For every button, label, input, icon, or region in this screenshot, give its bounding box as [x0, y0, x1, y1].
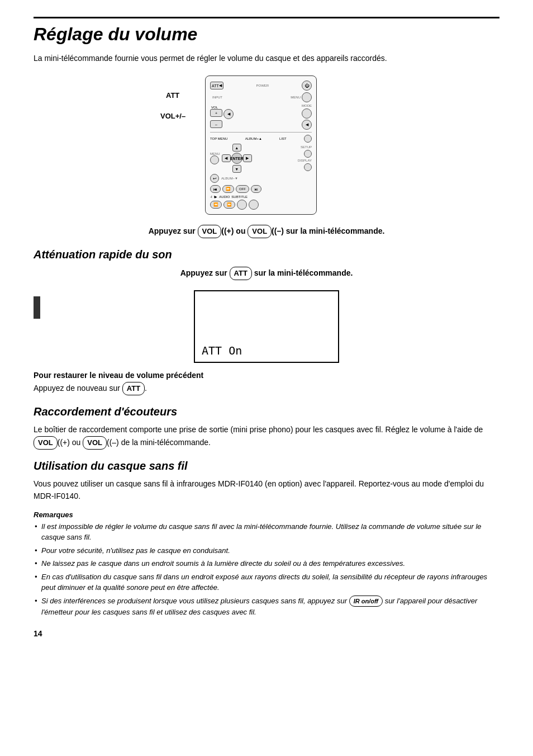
restore-att-btn: ATT — [122, 382, 145, 395]
remote-rew-btn: ⏪ — [210, 201, 222, 209]
remote-display-label: DISPLAY — [298, 159, 312, 162]
section2-vol2: VOL — [83, 436, 107, 450]
remote-right-btn: ▶ — [243, 154, 252, 162]
remote-menu-btn-label: MENU — [210, 152, 220, 155]
remote-extra-btn: ◀ — [302, 120, 312, 130]
section3-title: Utilisation du casque sans fil — [34, 460, 499, 472]
page-tab — [34, 296, 40, 319]
step1-vol-btn1: VOL — [198, 225, 222, 238]
remote-return-btn: ↩ — [210, 174, 219, 183]
remote-att-label: ATT — [166, 91, 179, 100]
restore-text: Appuyez de nouveau sur ATT. — [34, 382, 499, 395]
section2-vol1: VOL — [34, 436, 58, 450]
remote-round1-btn — [237, 200, 247, 210]
page-title: Réglage du volume — [34, 24, 499, 45]
remote-prev-btn: ⏮ — [210, 185, 221, 193]
ir-on-off-btn: IR on/off — [349, 596, 383, 607]
note-2: Pour votre sécurité, n'utilisez pas le c… — [34, 545, 499, 556]
remote-att-btn: ATT◀ — [210, 82, 223, 89]
notes-title: Remarques — [34, 511, 499, 519]
remote-playpause-btn: ⏯ — [251, 185, 261, 193]
notes-list: Il est impossible de régler le volume du… — [34, 521, 499, 618]
remote-section-nav: TOP MENU ALBUM+▲ LIST MENU ▲ — [210, 132, 312, 210]
note-5: Si des interférences se produisent lorsq… — [34, 596, 499, 618]
remote-input-label: INPUT — [212, 96, 222, 99]
step1-vol-btn2: VOL — [248, 225, 272, 238]
remote-left-btn: ◀ — [222, 154, 231, 162]
top-border — [34, 17, 499, 18]
att-display-text: ATT On — [202, 344, 242, 357]
remote-ff-btn: ⏩ — [222, 185, 234, 193]
remote-vol-plus-btn: + — [210, 109, 222, 117]
remote-subtitle-label: SUBTITLE — [231, 195, 248, 199]
remote-off-btn: OFF — [236, 185, 249, 193]
remote-center-btn1: ◀ — [223, 109, 234, 119]
att-display: ATT On — [194, 290, 339, 363]
remote-vol-label: VOL+/– — [160, 112, 185, 120]
section1-step: Appuyez sur ATT sur la mini-télécommande… — [34, 267, 499, 280]
note-4: En cas d'utilisation du casque sans fil … — [34, 571, 499, 593]
remote-container: ATT VOL+/– ATT◀ POWER ⏻ INPUT MENU — [188, 75, 345, 215]
remote-albumdown-label: ALBUM–▼ — [221, 177, 238, 180]
remote-audio-label: AUDIO — [219, 195, 230, 199]
section1-step-text: Appuyez sur — [180, 268, 227, 277]
remote-mode-btn — [302, 108, 312, 119]
remote-stepfwd-label: I▶ — [214, 195, 218, 199]
step1-text: Appuyez sur — [149, 226, 196, 235]
remote-body: ATT◀ POWER ⏻ INPUT MENU VOL + — [205, 75, 317, 215]
remote-setup-label: SETUP — [301, 145, 312, 149]
remote-enter-btn: ENTER — [231, 153, 242, 164]
remote-mode-label: MODE — [302, 104, 312, 107]
remote-fwd-btn: ⏩ — [223, 201, 235, 209]
remote-display-btn — [304, 163, 312, 171]
remote-menu-label: MENU — [291, 96, 301, 99]
remote-up-btn: ▲ — [232, 144, 241, 152]
remote-diagram: ATT VOL+/– ATT◀ POWER ⏻ INPUT MENU — [34, 75, 499, 215]
note-3: Ne laissez pas le casque dans un endroit… — [34, 558, 499, 569]
remote-down-btn: ▼ — [232, 165, 241, 173]
restore-pre: Appuyez de nouveau sur — [34, 384, 120, 393]
remote-vol-minus-btn: – — [210, 120, 222, 128]
remote-stepback-label: -I — [210, 195, 212, 199]
section1-title: Atténuation rapide du son — [34, 248, 499, 261]
remote-power-btn: ⏻ — [302, 81, 312, 91]
section2-title: Raccordement d'écouteurs — [34, 405, 499, 418]
step1-minus: (–) sur la mini-télécommande. — [274, 226, 385, 235]
section1-step-rest: sur la mini-télécommande. — [254, 268, 353, 277]
remote-power-label: POWER — [256, 84, 269, 87]
remote-list-btn — [304, 135, 312, 143]
step1-plus: (+) ou — [224, 226, 246, 235]
page-number: 14 — [34, 629, 499, 638]
section2-text: Le boîtier de raccordement comporte une … — [34, 424, 499, 450]
section1-att-btn: ATT — [230, 267, 252, 280]
remote-menu-btn — [302, 92, 312, 102]
note-1: Il est impossible de régler le volume du… — [34, 521, 499, 543]
remote-menu-nav-btn — [210, 155, 219, 164]
remote-albumplus-label: ALBUM+▲ — [245, 137, 262, 140]
remote-topmenu-label: TOP MENU — [210, 137, 227, 140]
remote-list-label: LIST — [279, 137, 287, 140]
section3-text: Vous pouvez utiliser un casque sans fil … — [34, 478, 499, 502]
step1-instruction: Appuyez sur VOL((+) ou VOL((–) sur la mi… — [34, 225, 499, 238]
remote-setup-btn — [304, 150, 312, 158]
remote-round2-btn — [249, 200, 259, 210]
restore-title: Pour restaurer le niveau de volume précé… — [34, 371, 499, 380]
intro-text: La mini-télécommande fournie vous permet… — [34, 53, 499, 64]
